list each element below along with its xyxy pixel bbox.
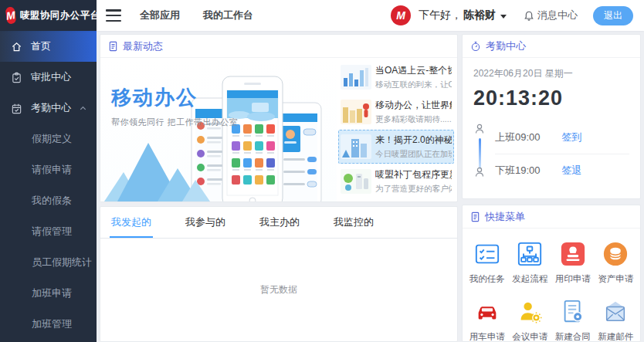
check-in-time-label: 上班09:00 <box>495 130 541 144</box>
sidebar-subitem-my-leave-slips[interactable]: 我的假条 <box>0 185 97 216</box>
clipboard-check-icon <box>11 72 22 83</box>
message-center-label: 消息中心 <box>537 8 578 22</box>
sidebar-item-approval-center[interactable]: 审批中心 <box>0 62 97 93</box>
quick-menu-panel: 快捷菜单 我的任务 发起流程 用印申请 <box>462 205 641 342</box>
user-menu[interactable]: 下午好，陈裕财 <box>419 8 507 22</box>
sidebar-item-label: 首页 <box>31 39 51 53</box>
mail-envelope-icon <box>602 299 629 325</box>
quick-item-start-flow[interactable]: 发起流程 <box>509 233 552 291</box>
sidebar-subitem-employee-holiday-stats[interactable]: 员工假期统计 <box>0 247 97 278</box>
news-item[interactable]: 移动办公，让世界触手可 更多精彩敬请期待........ <box>338 95 454 129</box>
empty-state-text: 暂无数据 <box>100 283 457 296</box>
news-subtitle: 移动互联的到来，让OA与云 <box>375 80 452 90</box>
news-panel-title: 最新动态 <box>123 39 163 53</box>
sidebar-item-attendance-center[interactable]: 考勤中心 <box>0 93 97 124</box>
tasks-tabs: 我发起的 我参与的 我主办的 我监控的 <box>100 207 457 239</box>
attendance-panel-header: 考勤中心 <box>463 35 640 58</box>
news-panel-header: 最新动态 <box>100 35 457 58</box>
attendance-date: 2022年06月20日 星期一 <box>473 67 629 80</box>
quick-item-new-mail[interactable]: 新建邮件 <box>595 291 638 342</box>
tab-hosted-by-me[interactable]: 我主办的 <box>258 207 301 238</box>
tab-monitored-by-me[interactable]: 我监控的 <box>332 207 375 238</box>
news-subtitle: 更多精彩敬请期待........ <box>375 114 452 125</box>
user-avatar[interactable]: M <box>391 5 411 25</box>
sidebar-subitem-overtime-request[interactable]: 加班申请 <box>0 278 97 309</box>
attendance-timeline: 上班09:00 签到 下班19:00 签退 <box>473 121 629 186</box>
chevron-down-icon <box>500 15 507 19</box>
news-title: 来！揭开2.0的神秘面纱- <box>375 134 452 147</box>
message-center-button[interactable]: 消息中心 <box>524 8 578 22</box>
news-title: 唛盟补丁包程序更新 <box>375 168 452 181</box>
stopwatch-icon <box>470 41 481 52</box>
news-thumbnail <box>341 134 371 159</box>
check-in-row: 上班09:00 签到 <box>495 121 629 154</box>
sidebar-item-home[interactable]: 首页 <box>0 31 97 62</box>
news-item-selected[interactable]: 来！揭开2.0的神秘面纱- 今日唛盟团队正在加班加点， <box>338 130 454 164</box>
home-icon <box>11 41 22 52</box>
meeting-person-gear-icon <box>517 299 543 325</box>
menu-collapse-icon[interactable] <box>106 9 121 22</box>
tab-initiated-by-me[interactable]: 我发起的 <box>110 207 153 238</box>
quick-item-my-tasks[interactable]: 我的任务 <box>466 233 509 291</box>
banner-title: 移动办公 <box>111 84 198 111</box>
asset-coins-icon <box>602 241 629 267</box>
banner-illustration <box>100 58 337 201</box>
top-nav: 全部应用 我的工作台 <box>140 8 253 22</box>
check-out-link[interactable]: 签退 <box>562 164 582 178</box>
news-thumbnail <box>341 169 371 194</box>
quick-item-seal-request[interactable]: 用印申请 <box>551 233 595 291</box>
nav-my-workbench[interactable]: 我的工作台 <box>203 8 253 22</box>
news-subtitle: 今日唛盟团队正在加班加点， <box>375 149 452 160</box>
check-in-link[interactable]: 签到 <box>562 130 582 144</box>
sidebar-subitem-overtime-management[interactable]: 加班管理 <box>0 309 97 340</box>
news-list: 当OA遇上云-整个协同OA 移动互联的到来，让OA与云 移动办公，让世界触手可 … <box>337 58 457 201</box>
quick-menu-header: 快捷菜单 <box>463 205 640 229</box>
top-header: M 唛盟协同办公平台 全部应用 我的工作台 M 下午好，陈裕财 消息中心 退出 <box>0 0 644 31</box>
check-out-row: 下班19:00 签退 <box>495 154 629 186</box>
news-item[interactable]: 当OA遇上云-整个协同OA 移动互联的到来，让OA与云 <box>338 60 454 94</box>
quick-item-vehicle-request[interactable]: 用车申请 <box>466 291 509 342</box>
calendar-check-icon <box>11 103 22 114</box>
sidebar-item-label: 审批中心 <box>31 70 71 84</box>
news-thumbnail <box>341 100 371 124</box>
news-thumbnail <box>341 65 371 90</box>
quick-item-new-contract[interactable]: 新建合同 <box>551 291 595 342</box>
check-out-time-label: 下班19:00 <box>495 164 541 178</box>
app-logo: M 唛盟协同办公平台 <box>0 0 97 31</box>
app-title: 唛盟协同办公平台 <box>20 9 100 22</box>
document-icon <box>108 41 118 52</box>
latest-news-panel: 最新动态 <box>100 34 458 202</box>
contract-doc-icon <box>560 299 586 325</box>
sidebar-subitem-holiday-definition[interactable]: 假期定义 <box>0 124 97 154</box>
attendance-clock: 20:13:20 <box>473 86 629 110</box>
nav-all-apps[interactable]: 全部应用 <box>140 8 180 22</box>
user-name: 陈裕财 <box>463 8 496 22</box>
attendance-panel-title: 考勤中心 <box>486 39 526 53</box>
greeting-text: 下午好， <box>419 8 462 22</box>
quick-menu-title: 快捷菜单 <box>485 210 525 224</box>
news-title: 移动办公，让世界触手可 <box>375 99 452 112</box>
bell-icon <box>524 10 534 22</box>
stamp-icon <box>560 241 586 267</box>
person-icon <box>473 166 486 178</box>
sidebar-subitem-leave-management[interactable]: 请假管理 <box>0 216 97 247</box>
tab-participated-by-me[interactable]: 我参与的 <box>184 207 227 238</box>
chevron-up-icon <box>79 104 87 113</box>
car-icon <box>474 299 500 325</box>
my-tasks-panel: 我发起的 我参与的 我主办的 我监控的 暂无数据 <box>100 206 458 342</box>
person-icon <box>473 123 486 135</box>
news-title: 当OA遇上云-整个协同OA <box>375 64 452 77</box>
timeline-connector <box>479 138 481 169</box>
quick-menu-grid: 我的任务 发起流程 用印申请 资产申请 <box>463 229 640 342</box>
quick-item-asset-request[interactable]: 资产申请 <box>595 233 638 291</box>
task-checklist-icon <box>474 241 500 267</box>
banner-subtitle: 帮你领先同行 把工作带出办公室 <box>111 117 239 128</box>
promo-banner[interactable]: 移动办公 帮你领先同行 把工作带出办公室 <box>100 58 337 201</box>
news-item[interactable]: 唛盟补丁包程序更新 为了营造更好的客户体验，唛 <box>338 164 454 198</box>
copy-document-icon <box>470 212 480 222</box>
quick-item-meeting-request[interactable]: 会议申请 <box>509 291 552 342</box>
sidebar-subitem-leave-request[interactable]: 请假申请 <box>0 154 97 185</box>
sidebar: 首页 审批中心 考勤中心 假期定义 请假申请 我的假条 请假管理 员工假期统计 … <box>0 31 97 342</box>
logout-button[interactable]: 退出 <box>593 6 633 25</box>
sidebar-item-label: 考勤中心 <box>31 101 71 115</box>
